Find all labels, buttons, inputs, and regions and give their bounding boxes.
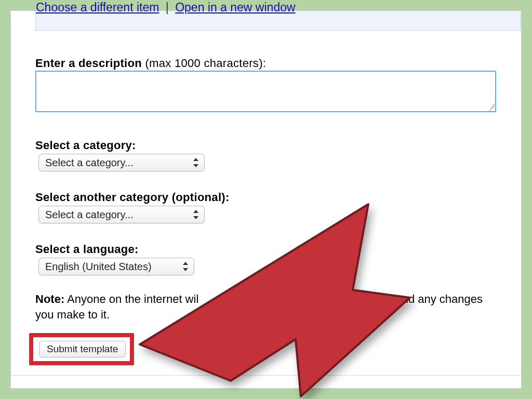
category1-selected-value: Select a category... [45,157,134,169]
note-bold: Note: [35,292,64,305]
choose-different-link[interactable]: Choose a different item [36,1,159,14]
description-label-bold: Enter a description [35,57,142,70]
bottom-divider [11,375,521,376]
chevron-up-down-icon [193,210,199,219]
description-textarea[interactable] [35,71,496,112]
category1-select[interactable]: Select a category... [38,154,205,171]
language-selected-value: English (United States) [45,261,152,273]
link-separator: | [163,1,172,14]
top-links-row: Choose a different item | Open in a new … [36,2,296,14]
language-label: Select a language: [35,243,139,256]
open-new-window-link[interactable]: Open in a new window [175,1,295,14]
description-textarea-wrap [35,71,496,112]
note-text-before: Anyone on the internet wil [64,292,198,305]
category2-selected-value: Select a category... [45,209,134,221]
description-label-hint: (max 1000 characters): [142,57,266,70]
category2-select[interactable]: Select a category... [38,206,205,223]
chevron-up-down-icon [182,262,189,271]
language-select[interactable]: English (United States) [38,258,194,275]
note-text: Note: Anyone on the internet will be abl… [35,291,496,323]
chevron-up-down-icon [193,158,199,167]
category2-label: Select another category (optional): [35,191,230,204]
category1-label: Select a category: [35,139,136,152]
description-label: Enter a description (max 1000 characters… [35,57,266,70]
submit-template-button[interactable]: Submit template [39,341,126,357]
